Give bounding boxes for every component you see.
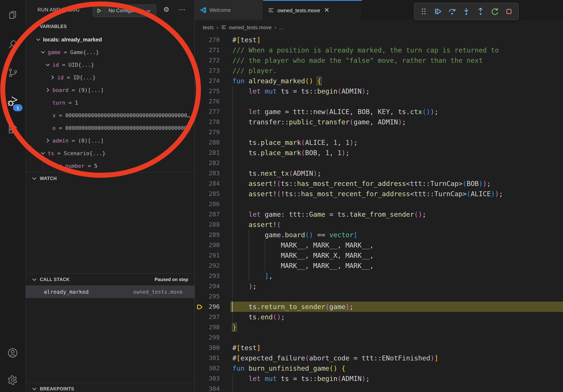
code-line[interactable]: 289 game.board() == vector[ [195,230,563,240]
chevron-down-icon[interactable] [45,62,51,68]
source-control-icon[interactable] [0,62,25,84]
code-line[interactable]: 279 [195,127,563,137]
code-line[interactable]: 301#[expected_failure(abort_code = ttt::… [195,353,563,363]
code-line[interactable]: 280 ts.place_mark(ALICE, 1, 1); [195,137,563,148]
code-line[interactable]: 278 transfer::public_transfer(game, ADMI… [195,117,563,127]
chevron-down-icon[interactable] [40,150,46,156]
variable-name: admin [52,137,68,144]
code-line[interactable]: 294 ); [195,281,563,291]
line-number: 271 [195,45,220,55]
code-line[interactable]: 287 let game: ttt::Game = ts.take_from_s… [195,209,563,220]
code-line[interactable]: 285 assert!(!ts::has_most_recent_for_add… [195,189,563,199]
variable-row[interactable]: id = UID{...} [26,58,194,71]
variables-section-header[interactable]: VARIABLES [26,21,194,32]
variable-value: 1 [75,100,78,106]
code-line[interactable]: 296 ts.return_to_sender(game); [195,301,563,312]
code-line[interactable]: 286 [195,199,563,209]
breadcrumb-item[interactable]: owned_tests.move [229,24,272,30]
tab-welcome[interactable]: Welcome [195,0,263,20]
code-line[interactable]: 293 ], [195,271,563,281]
chevron-right-icon[interactable] [49,74,56,80]
code-line[interactable]: 295 [195,291,563,301]
chevron-down-icon[interactable] [40,49,46,55]
line-text: game.board() == vector[ [232,230,358,240]
code-line[interactable]: 276 [195,96,563,107]
code-line[interactable]: 275 let mut ts = ts::begin(ADMIN); [195,86,563,96]
debug-config-dropdown[interactable]: No Configur [93,4,156,17]
breakpoints-section-header[interactable]: BREAKPOINTS [26,382,194,392]
line-text: let game: ttt::Game = ts.take_from_sende… [232,209,426,220]
breadcrumb-item[interactable]: tests [203,24,214,30]
settings-gear-icon[interactable] [0,369,25,391]
code-line[interactable]: 274fun already_marked() { [195,76,563,86]
code-line[interactable]: 291 MARK__, MARK_X, MARK__, [195,250,563,261]
variable-row[interactable]: id = ID{...} [26,71,194,84]
breadcrumb-item[interactable]: ... [279,24,283,30]
toolbar-drag-handle[interactable] [417,4,431,19]
code-line[interactable]: 272/// the player who made the "false" m… [195,55,563,65]
call-stack-section-header[interactable]: CALL STACK Paused on step [26,273,194,285]
tab-owned-tests[interactable]: owned_tests.move ✕ [263,0,362,20]
code-line[interactable]: 298} [195,322,563,332]
code-line[interactable]: 302fun burn_unfinished_game() { [195,363,563,373]
variable-name: board [52,87,68,93]
variable-row[interactable]: admin = (0)[...] [26,134,194,147]
chevron-right-icon[interactable] [45,87,51,93]
variable-value: 5 [94,163,97,169]
code-line[interactable]: 273/// player. [195,65,563,76]
code-line[interactable]: 288 assert!( [195,220,563,230]
line-number: 279 [195,127,220,137]
code-line[interactable]: 292 MARK__, MARK__, MARK__, [195,261,563,271]
variable-row[interactable]: game = Game{...} [26,46,194,58]
account-icon[interactable] [0,342,25,364]
chevron-down-icon[interactable] [35,36,41,43]
debug-config-label: No Configur [105,8,145,13]
code-line[interactable]: 304 [195,384,563,392]
step-out-button[interactable] [473,4,488,19]
code-line[interactable]: 270#[test] [195,35,563,45]
code-line[interactable]: 297 ts.end(); [195,312,563,322]
line-number: 284 [195,178,220,189]
chevron-right-icon[interactable] [45,137,51,144]
variable-row[interactable]: turn = 1 [26,96,194,109]
code-line[interactable]: 271/// When a position is already marked… [195,45,563,55]
chevron-down-icon [31,175,38,182]
variable-value: Scenario{...} [64,150,105,156]
code-line[interactable]: 284 assert!(ts::has_most_recent_for_addr… [195,178,563,189]
line-text: /// player. [232,65,277,76]
line-number: 287 [195,209,220,220]
watch-section-header[interactable]: WATCH [26,172,194,184]
extensions-icon[interactable] [0,118,25,141]
code-line[interactable]: 277 let game = ttt::new(ALICE, BOB, KEY,… [195,107,563,117]
close-icon[interactable]: ✕ [324,7,329,13]
variables-tree: locals: already_markedgame = Game{...}id… [26,33,194,172]
run-and-debug-icon[interactable]: 1 [0,90,25,112]
variable-row[interactable]: board = (9)[...] [26,84,194,96]
code-line[interactable]: 290 MARK__, MARK__, MARK__, [195,240,563,250]
more-actions-icon[interactable]: ⋯ [179,5,185,15]
step-into-button[interactable] [459,4,473,19]
search-icon[interactable] [0,33,25,55]
variable-row[interactable]: txn_number = 5 [26,159,194,172]
stop-button[interactable] [502,4,516,19]
code-line[interactable]: 282 [195,158,563,168]
variables-scope-row[interactable]: locals: already_marked [26,33,194,46]
debug-settings-gear-icon[interactable]: ⚙ [163,5,169,15]
step-over-button[interactable] [445,4,459,19]
variable-row[interactable]: o = 000000000000000000000000000000000000… [26,122,194,134]
code-line[interactable]: 300#[test] [195,343,563,353]
variable-row[interactable]: ts = Scenario{...} [26,147,194,159]
continue-button[interactable] [431,4,445,19]
line-text: MARK__, MARK__, MARK__, [232,240,374,250]
explorer-icon[interactable] [0,4,25,26]
code-line[interactable]: 299 [195,332,563,343]
line-number: 286 [195,199,220,209]
restart-button[interactable] [488,4,502,19]
code-line[interactable]: 303 let mut ts = ts::begin(ADMIN); [195,373,563,384]
code-line[interactable]: 281 ts.place_mark(BOB, 1, 1); [195,148,563,158]
variable-row[interactable]: x = 000000000000000000000000000000000000… [26,109,194,122]
start-debug-icon[interactable] [93,8,105,14]
code-editor[interactable]: 270#[test]271/// When a position is alre… [195,35,563,392]
code-line[interactable]: 283 ts.next_tx(ADMIN); [195,168,563,178]
call-stack-frame-row[interactable]: already_marked owned_tests.move [26,285,194,298]
